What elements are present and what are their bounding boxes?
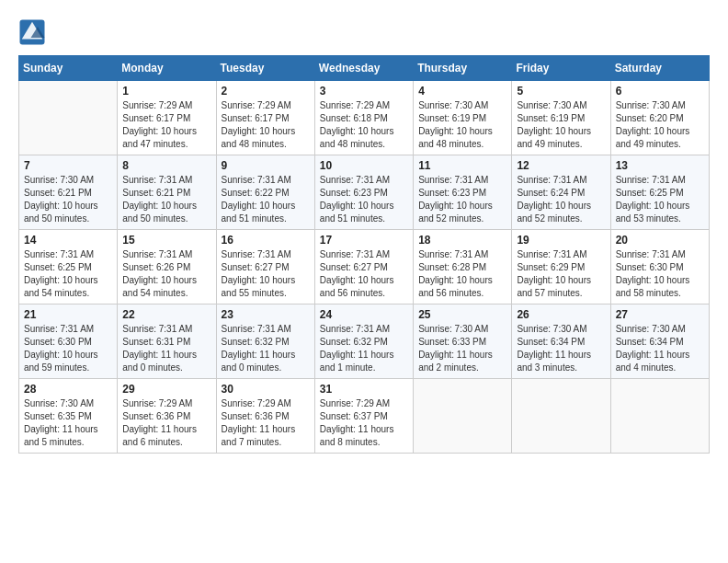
calendar-cell [19, 81, 118, 155]
calendar-cell: 31Sunrise: 7:29 AMSunset: 6:37 PMDayligh… [314, 379, 413, 454]
calendar-cell: 23Sunrise: 7:31 AMSunset: 6:32 PMDayligh… [216, 304, 314, 379]
day-info: Sunrise: 7:31 AMSunset: 6:30 PMDaylight:… [24, 323, 112, 374]
header-day-friday: Friday [512, 56, 610, 81]
day-number: 5 [517, 85, 605, 98]
day-number: 31 [320, 383, 408, 396]
day-info: Sunrise: 7:31 AMSunset: 6:27 PMDaylight:… [222, 248, 310, 300]
calendar-cell: 1Sunrise: 7:29 AMSunset: 6:17 PMDaylight… [118, 81, 216, 155]
calendar-cell: 17Sunrise: 7:31 AMSunset: 6:27 PMDayligh… [314, 230, 413, 304]
day-number: 24 [320, 308, 408, 321]
day-number: 17 [320, 234, 408, 247]
calendar-cell: 11Sunrise: 7:31 AMSunset: 6:23 PMDayligh… [414, 155, 512, 230]
day-number: 23 [222, 308, 310, 321]
day-number: 20 [616, 234, 704, 247]
calendar-cell: 13Sunrise: 7:31 AMSunset: 6:25 PMDayligh… [610, 155, 709, 230]
header-day-sunday: Sunday [19, 56, 118, 81]
day-info: Sunrise: 7:30 AMSunset: 6:20 PMDaylight:… [616, 99, 704, 151]
calendar-cell: 21Sunrise: 7:31 AMSunset: 6:30 PMDayligh… [19, 304, 118, 379]
week-row-1: 7Sunrise: 7:30 AMSunset: 6:21 PMDaylight… [19, 155, 710, 230]
day-info: Sunrise: 7:31 AMSunset: 6:30 PMDaylight:… [616, 248, 704, 300]
day-info: Sunrise: 7:30 AMSunset: 6:19 PMDaylight:… [418, 99, 506, 151]
header-day-tuesday: Tuesday [216, 56, 314, 81]
calendar-cell: 5Sunrise: 7:30 AMSunset: 6:19 PMDaylight… [512, 81, 610, 155]
header-day-wednesday: Wednesday [314, 56, 413, 81]
day-number: 11 [418, 159, 506, 172]
calendar-table: SundayMondayTuesdayWednesdayThursdayFrid… [18, 55, 710, 454]
calendar-cell: 7Sunrise: 7:30 AMSunset: 6:21 PMDaylight… [19, 155, 118, 230]
calendar-cell: 20Sunrise: 7:31 AMSunset: 6:30 PMDayligh… [610, 230, 709, 304]
day-number: 18 [418, 234, 506, 247]
day-info: Sunrise: 7:30 AMSunset: 6:33 PMDaylight:… [418, 323, 506, 374]
calendar-cell: 10Sunrise: 7:31 AMSunset: 6:23 PMDayligh… [314, 155, 413, 230]
day-info: Sunrise: 7:29 AMSunset: 6:37 PMDaylight:… [320, 397, 408, 449]
day-info: Sunrise: 7:30 AMSunset: 6:19 PMDaylight:… [517, 99, 605, 151]
day-info: Sunrise: 7:31 AMSunset: 6:24 PMDaylight:… [517, 174, 605, 225]
calendar-cell: 14Sunrise: 7:31 AMSunset: 6:25 PMDayligh… [19, 230, 118, 304]
calendar-body: 1Sunrise: 7:29 AMSunset: 6:17 PMDaylight… [19, 81, 710, 454]
day-info: Sunrise: 7:31 AMSunset: 6:25 PMDaylight:… [24, 248, 112, 300]
day-info: Sunrise: 7:30 AMSunset: 6:35 PMDaylight:… [24, 397, 112, 449]
day-info: Sunrise: 7:29 AMSunset: 6:18 PMDaylight:… [320, 99, 408, 151]
day-number: 10 [320, 159, 408, 172]
day-info: Sunrise: 7:30 AMSunset: 6:21 PMDaylight:… [24, 174, 112, 225]
calendar-cell: 25Sunrise: 7:30 AMSunset: 6:33 PMDayligh… [414, 304, 512, 379]
day-info: Sunrise: 7:31 AMSunset: 6:25 PMDaylight:… [616, 174, 704, 225]
day-info: Sunrise: 7:29 AMSunset: 6:17 PMDaylight:… [122, 99, 210, 151]
calendar-cell: 4Sunrise: 7:30 AMSunset: 6:19 PMDaylight… [414, 81, 512, 155]
calendar-cell: 29Sunrise: 7:29 AMSunset: 6:36 PMDayligh… [118, 379, 216, 454]
day-number: 27 [616, 308, 704, 321]
calendar-cell: 8Sunrise: 7:31 AMSunset: 6:21 PMDaylight… [118, 155, 216, 230]
calendar-cell: 22Sunrise: 7:31 AMSunset: 6:31 PMDayligh… [118, 304, 216, 379]
header-row: SundayMondayTuesdayWednesdayThursdayFrid… [19, 56, 710, 81]
day-number: 16 [222, 234, 310, 247]
day-number: 13 [616, 159, 704, 172]
calendar-cell: 26Sunrise: 7:30 AMSunset: 6:34 PMDayligh… [512, 304, 610, 379]
day-number: 30 [222, 383, 310, 396]
day-info: Sunrise: 7:30 AMSunset: 6:34 PMDaylight:… [517, 323, 605, 374]
day-info: Sunrise: 7:31 AMSunset: 6:26 PMDaylight:… [122, 248, 210, 300]
day-number: 25 [418, 308, 506, 321]
day-number: 4 [418, 85, 506, 98]
day-info: Sunrise: 7:31 AMSunset: 6:21 PMDaylight:… [122, 174, 210, 225]
calendar-cell [610, 379, 709, 454]
day-number: 8 [122, 159, 210, 172]
day-number: 15 [122, 234, 210, 247]
day-number: 7 [24, 159, 112, 172]
calendar-cell: 28Sunrise: 7:30 AMSunset: 6:35 PMDayligh… [19, 379, 118, 454]
calendar-cell: 27Sunrise: 7:30 AMSunset: 6:34 PMDayligh… [610, 304, 709, 379]
header-day-monday: Monday [118, 56, 216, 81]
calendar-cell: 30Sunrise: 7:29 AMSunset: 6:36 PMDayligh… [216, 379, 314, 454]
page-header [18, 18, 710, 46]
week-row-3: 21Sunrise: 7:31 AMSunset: 6:30 PMDayligh… [19, 304, 710, 379]
day-number: 26 [517, 308, 605, 321]
day-number: 14 [24, 234, 112, 247]
day-number: 9 [222, 159, 310, 172]
day-number: 22 [122, 308, 210, 321]
week-row-4: 28Sunrise: 7:30 AMSunset: 6:35 PMDayligh… [19, 379, 710, 454]
day-number: 1 [122, 85, 210, 98]
day-info: Sunrise: 7:31 AMSunset: 6:28 PMDaylight:… [418, 248, 506, 300]
day-info: Sunrise: 7:31 AMSunset: 6:23 PMDaylight:… [320, 174, 408, 225]
logo [18, 18, 50, 46]
calendar-cell: 18Sunrise: 7:31 AMSunset: 6:28 PMDayligh… [414, 230, 512, 304]
header-day-saturday: Saturday [610, 56, 709, 81]
day-info: Sunrise: 7:29 AMSunset: 6:36 PMDaylight:… [222, 397, 310, 449]
calendar-cell: 2Sunrise: 7:29 AMSunset: 6:17 PMDaylight… [216, 81, 314, 155]
header-day-thursday: Thursday [414, 56, 512, 81]
day-number: 2 [222, 85, 310, 98]
day-number: 28 [24, 383, 112, 396]
calendar-cell: 16Sunrise: 7:31 AMSunset: 6:27 PMDayligh… [216, 230, 314, 304]
week-row-2: 14Sunrise: 7:31 AMSunset: 6:25 PMDayligh… [19, 230, 710, 304]
day-info: Sunrise: 7:29 AMSunset: 6:17 PMDaylight:… [222, 99, 310, 151]
calendar-cell: 3Sunrise: 7:29 AMSunset: 6:18 PMDaylight… [314, 81, 413, 155]
day-number: 12 [517, 159, 605, 172]
calendar-cell: 6Sunrise: 7:30 AMSunset: 6:20 PMDaylight… [610, 81, 709, 155]
day-info: Sunrise: 7:31 AMSunset: 6:23 PMDaylight:… [418, 174, 506, 225]
week-row-0: 1Sunrise: 7:29 AMSunset: 6:17 PMDaylight… [19, 81, 710, 155]
day-number: 29 [122, 383, 210, 396]
calendar-cell: 19Sunrise: 7:31 AMSunset: 6:29 PMDayligh… [512, 230, 610, 304]
calendar-header: SundayMondayTuesdayWednesdayThursdayFrid… [19, 56, 710, 81]
day-number: 6 [616, 85, 704, 98]
day-number: 3 [320, 85, 408, 98]
calendar-cell [414, 379, 512, 454]
